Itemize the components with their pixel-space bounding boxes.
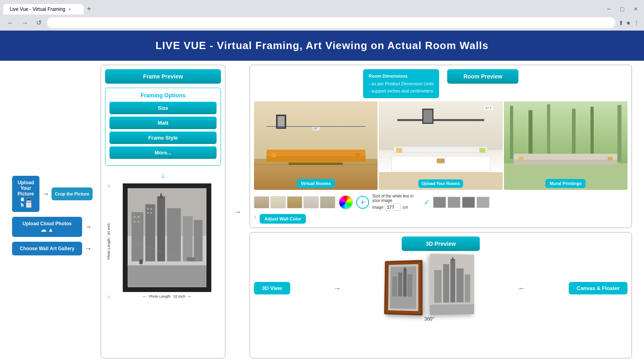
adjust-wall-button[interactable]: Adjust Wall Color xyxy=(260,214,306,224)
address-bar[interactable] xyxy=(47,17,615,28)
mini-thumb-3[interactable] xyxy=(462,197,475,208)
3d-frame-1 xyxy=(384,260,422,315)
room-thumb-5[interactable] xyxy=(320,196,335,208)
svg-rect-29 xyxy=(398,272,402,296)
canvas-floater-button[interactable]: Canvas & Floater xyxy=(569,282,627,294)
3d-frame-2 xyxy=(430,254,475,315)
bookmark-icon[interactable]: ★ xyxy=(626,20,631,26)
refresh-button[interactable]: ↺ xyxy=(34,17,44,28)
arrow-right-icon-3: → xyxy=(85,245,92,253)
new-tab-button[interactable]: + xyxy=(84,3,95,15)
cloud-icons: ☁ ▲ xyxy=(41,226,54,233)
svg-rect-19 xyxy=(128,261,206,265)
upload-cloud-button[interactable]: Upload Cloud Photos ☁ ▲ xyxy=(12,217,82,237)
room-dimensions-box: Room Dimensions - as per Product Dimensi… xyxy=(363,69,439,98)
svg-rect-38 xyxy=(465,274,471,302)
svg-rect-12 xyxy=(134,221,136,223)
360-degree-label: 360° xyxy=(424,316,434,322)
crop-picture-button[interactable]: Crop the Picture xyxy=(52,187,93,200)
active-tab[interactable]: Live Vue - Virtual Framing × xyxy=(3,4,84,14)
size-button[interactable]: Size xyxy=(109,102,217,114)
svg-rect-10 xyxy=(134,216,136,218)
room-thumb-2[interactable] xyxy=(270,196,286,208)
framing-options-title: Framing Options xyxy=(109,92,217,99)
wall-arrow-group: ↓ xyxy=(254,214,256,224)
bed-pillow-1 xyxy=(396,148,402,153)
room-thumb-1[interactable] xyxy=(254,196,269,208)
body-area: Upload Your Picture 🖥 💻 🖱 ⬜ → Crop the P… xyxy=(0,61,644,362)
svg-rect-34 xyxy=(434,270,442,303)
unit-cm: cm xyxy=(402,205,408,210)
page-header: LIVE VUE - Virtual Framing, Art Viewing … xyxy=(0,31,644,61)
white-line-input[interactable] xyxy=(385,204,401,211)
city-artwork xyxy=(128,188,206,287)
choose-gallery-group: Choose Wall Art Gallery → xyxy=(12,242,93,255)
tree-5 xyxy=(590,107,594,161)
room-preview-button[interactable]: Room Preview xyxy=(447,69,518,84)
forward-button[interactable]: → xyxy=(19,18,31,28)
color-picker[interactable] xyxy=(339,195,353,210)
svg-rect-4 xyxy=(157,196,165,263)
main-content: LIVE VUE - Virtual Framing, Art Viewing … xyxy=(0,31,644,362)
svg-rect-7 xyxy=(194,220,203,263)
arrow-right-icon-2: → xyxy=(85,223,92,231)
add-icon[interactable]: + xyxy=(356,196,369,209)
frame-preview-panel: Frame Preview Framing Options Size Matt … xyxy=(101,65,225,358)
3d-view-button[interactable]: 3D View xyxy=(254,282,290,294)
room-thumb-4[interactable] xyxy=(303,196,319,208)
svg-rect-25 xyxy=(423,110,432,123)
menu-icon[interactable]: ⋮ xyxy=(634,20,639,26)
navigation-bar: ← → ↺ ⬆ ★ ⋮ xyxy=(0,15,644,31)
mini-thumb-2[interactable] xyxy=(448,197,460,208)
framing-options-box: Framing Options Size Matt Frame Style Mo… xyxy=(105,88,221,166)
side-item xyxy=(437,158,445,163)
3d-preview-header: 3D Preview xyxy=(254,237,627,251)
mini-thumb-1[interactable] xyxy=(433,197,446,208)
sofa-pillow-1 xyxy=(519,157,524,160)
virtual-rooms-button[interactable]: Virtual Rooms xyxy=(297,179,334,188)
room-scene-1[interactable]: 70° Virtual Rooms xyxy=(254,101,378,190)
svg-rect-35 xyxy=(443,264,449,303)
room-dimensions-title: Room Dimensions xyxy=(369,72,433,80)
window-minimize-icon[interactable]: − xyxy=(604,5,614,14)
3d-preview-button[interactable]: 3D Preview xyxy=(402,237,480,251)
svg-rect-40 xyxy=(430,304,475,315)
room-scene-3[interactable]: Mural Printings xyxy=(504,101,627,190)
3d-left-arrow: ← xyxy=(518,284,526,293)
sofa-back-1 xyxy=(266,150,365,156)
svg-rect-28 xyxy=(392,276,397,296)
choose-gallery-button[interactable]: Choose Wall Art Gallery xyxy=(12,242,82,255)
3d-preview-panel: 3D Preview 3D View → xyxy=(250,232,632,358)
frame-preview-area: ↑ Photo Length : 44 Inch ↓ xyxy=(105,183,221,299)
window-close-icon[interactable]: × xyxy=(631,5,641,14)
share-icon[interactable]: ⬆ xyxy=(619,20,623,26)
tab-close-icon[interactable]: × xyxy=(68,7,71,12)
window-maximize-icon[interactable]: □ xyxy=(617,5,627,14)
svg-rect-3 xyxy=(145,204,155,263)
room-thumb-3[interactable] xyxy=(287,196,302,208)
room-scene-2[interactable]: 17 7 Upload Your Rooms xyxy=(379,101,502,190)
white-line-label: Size of the white line in your image xyxy=(372,194,421,203)
upload-picture-button[interactable]: Upload Your Picture 🖥 💻 🖱 ⬜ xyxy=(12,176,39,212)
confirm-icon[interactable]: ✓ xyxy=(424,198,430,207)
center-to-right-connector: → xyxy=(233,65,242,358)
svg-rect-30 xyxy=(403,268,407,296)
mural-printings-button[interactable]: Mural Printings xyxy=(545,179,586,188)
down-arrow-icon: ↓ xyxy=(105,171,221,180)
up-arrow-icon: ↑ xyxy=(107,183,110,189)
room-controls: + Size of the white line in your image i… xyxy=(254,192,627,212)
page-title: LIVE VUE - Virtual Framing, Art Viewing … xyxy=(155,39,489,51)
sofa-back-3 xyxy=(514,154,617,160)
frame-preview-button[interactable]: Frame Preview xyxy=(105,69,221,84)
svg-rect-20 xyxy=(139,259,142,264)
more-button[interactable]: More... xyxy=(109,146,217,159)
back-button[interactable]: ← xyxy=(5,18,16,28)
arrow-right-icon: → xyxy=(42,190,49,198)
svg-rect-9 xyxy=(160,198,162,206)
mini-thumb-4[interactable] xyxy=(477,197,489,208)
frame-style-button[interactable]: Frame Style xyxy=(109,132,217,144)
room-dim-line-2: - support inches and centimeters xyxy=(369,87,433,95)
matt-button[interactable]: Matt xyxy=(109,117,217,129)
floor-line-1 xyxy=(254,165,378,165)
upload-rooms-button[interactable]: Upload Your Rooms xyxy=(418,179,463,188)
